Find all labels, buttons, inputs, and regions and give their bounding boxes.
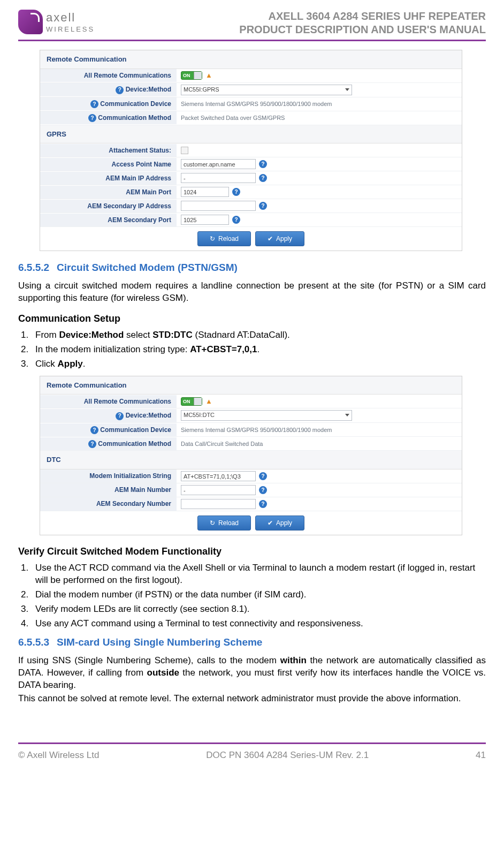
select-device-method[interactable]: MC55I:DTC: [181, 410, 352, 421]
label-attach-status: Attachement Status:: [40, 144, 177, 157]
input-init-string[interactable]: [181, 471, 256, 481]
help-icon[interactable]: ?: [90, 100, 98, 108]
reload-icon: ↻: [210, 519, 215, 527]
subsection-verify: Verify Circuit Switched Modem Functional…: [18, 545, 486, 558]
subsection-comm-setup: Communication Setup: [18, 312, 486, 325]
logo-text-top: axell: [46, 10, 95, 26]
panel-title-remote: Remote Communication: [40, 50, 462, 69]
toggle-remote-comm[interactable]: ON: [181, 397, 202, 406]
logo-mark-icon: [18, 10, 43, 34]
help-icon[interactable]: ?: [232, 216, 240, 224]
value-comm-method: Data Call/Circuit Switched Data: [177, 438, 462, 450]
select-device-method[interactable]: MC55I:GPRS: [181, 85, 352, 95]
input-main-ip[interactable]: [181, 173, 256, 183]
list-item: From Device:Method select STD:DTC (Stadn…: [31, 329, 486, 342]
value-comm-method: Packet Switched Data over GSM/GPRS: [177, 112, 462, 124]
warning-icon: ▲: [205, 71, 212, 80]
help-icon[interactable]: ?: [232, 188, 240, 196]
checkbox-attach[interactable]: [181, 147, 188, 154]
section-heading-6553: 6.5.5.3SIM-card Using Single Numbering S…: [18, 635, 486, 649]
section-heading-6552: 6.5.5.2Circuit Switched Modem (PSTN/GSM): [18, 261, 486, 275]
help-icon[interactable]: ?: [259, 174, 267, 182]
help-icon[interactable]: ?: [116, 412, 124, 420]
help-icon[interactable]: ?: [259, 160, 267, 168]
footer-doc-id: DOC PN 3604 A284 Series-UM Rev. 2.1: [206, 749, 369, 762]
label-sec-port: AEM Secondary Port: [40, 214, 177, 226]
document-title: AXELL 3604 A284 SERIES UHF REPEATER PROD…: [239, 10, 486, 36]
toggle-remote-comm[interactable]: ON: [181, 71, 202, 80]
list-item: Use any ACT command using a Terminal to …: [31, 618, 486, 630]
input-main-number[interactable]: [181, 485, 256, 495]
footer-page-number: 41: [476, 749, 486, 762]
section-para: If using SNS (Single Numbering Scheme), …: [18, 655, 486, 692]
screenshot-gprs-config: Remote Communication All Remote Communic…: [40, 50, 462, 251]
label-init-string: Modem Initialization String: [40, 469, 177, 482]
label-all-remote: All Remote Communications: [40, 395, 177, 408]
input-sec-port[interactable]: [181, 215, 229, 225]
list-item: Click Apply.: [31, 358, 486, 370]
section-intro: Using a circuit switched modem requires …: [18, 280, 486, 305]
label-main-ip: AEM Main IP Address: [40, 172, 177, 185]
help-icon[interactable]: ?: [259, 472, 267, 480]
apply-button[interactable]: ✔Apply: [255, 231, 304, 246]
help-icon[interactable]: ?: [259, 500, 267, 508]
list-item: Verify modem LEDs are lit correctly (see…: [31, 603, 486, 616]
section-para: This cannot be solved at remote level. T…: [18, 693, 486, 705]
reload-button[interactable]: ↻Reload: [197, 231, 251, 246]
label-all-remote: All Remote Communications: [40, 69, 177, 82]
label-main-number: AEM Main Number: [40, 483, 177, 496]
help-icon[interactable]: ?: [259, 486, 267, 494]
list-item: Use the ACT RCD command via the Axell Sh…: [31, 562, 486, 587]
input-sec-number[interactable]: [181, 499, 256, 509]
panel-title-remote: Remote Communication: [40, 376, 462, 395]
input-sec-ip[interactable]: [181, 201, 256, 211]
warning-icon: ▲: [205, 397, 212, 406]
screenshot-dtc-config: Remote Communication All Remote Communic…: [40, 376, 462, 535]
help-icon[interactable]: ?: [259, 202, 267, 210]
logo-text-bottom: WIRELESS: [46, 25, 95, 34]
label-sec-ip: AEM Secondary IP Address: [40, 200, 177, 213]
help-icon[interactable]: ?: [90, 426, 98, 434]
comm-setup-steps: From Device:Method select STD:DTC (Stadn…: [31, 329, 486, 370]
panel-title-gprs: GPRS: [40, 125, 462, 144]
label-sec-number: AEM Secondary Number: [40, 497, 177, 510]
help-icon[interactable]: ?: [88, 114, 96, 122]
value-comm-device: Siemens Internal GSM/GPRS 950/900/1800/1…: [177, 425, 462, 436]
check-icon: ✔: [268, 519, 273, 527]
reload-button[interactable]: ↻Reload: [197, 516, 251, 530]
value-comm-device: Siemens Internal GSM/GPRS 950/900/1800/1…: [177, 98, 462, 110]
input-main-port[interactable]: [181, 187, 229, 197]
verify-steps: Use the ACT RCD command via the Axell Sh…: [31, 562, 486, 630]
page-footer: © Axell Wireless Ltd DOC PN 3604 A284 Se…: [18, 742, 486, 772]
input-apn[interactable]: [181, 159, 256, 169]
page-header: axell WIRELESS AXELL 3604 A284 SERIES UH…: [18, 10, 486, 41]
reload-icon: ↻: [210, 234, 215, 243]
panel-title-dtc: DTC: [40, 451, 462, 469]
list-item: Dial the modem number (if PSTN) or the d…: [31, 589, 486, 601]
label-apn: Access Point Name: [40, 158, 177, 171]
list-item: In the modem initialization string type:…: [31, 344, 486, 356]
help-icon[interactable]: ?: [116, 86, 124, 94]
help-icon[interactable]: ?: [88, 440, 96, 448]
logo: axell WIRELESS: [18, 10, 95, 34]
label-main-port: AEM Main Port: [40, 186, 177, 199]
apply-button[interactable]: ✔Apply: [255, 516, 304, 530]
footer-copyright: © Axell Wireless Ltd: [18, 749, 99, 762]
check-icon: ✔: [268, 234, 273, 243]
